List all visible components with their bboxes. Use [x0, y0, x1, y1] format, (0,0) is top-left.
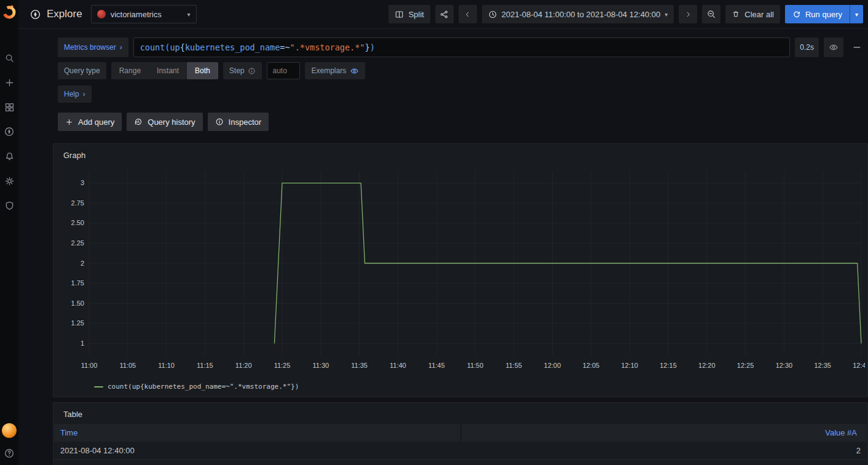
- query-type-label: Query type: [58, 62, 106, 79]
- metrics-browser-button[interactable]: Metrics browser ›: [58, 38, 128, 57]
- query-visibility-toggle[interactable]: [824, 38, 843, 57]
- svg-text:2.25: 2.25: [71, 239, 84, 247]
- datasource-logo-icon: [97, 10, 106, 18]
- graph-panel-title: Graph: [53, 144, 867, 165]
- svg-text:12:40: 12:40: [853, 362, 865, 369]
- svg-text:11:00: 11:00: [81, 362, 98, 369]
- step-label-chip: Step: [223, 62, 262, 79]
- query-row: Metrics browser › count(up{kubernetes_po…: [58, 38, 866, 57]
- query-history-button[interactable]: Query history: [127, 113, 202, 131]
- svg-text:12:10: 12:10: [621, 362, 638, 369]
- svg-text:11:50: 11:50: [467, 362, 484, 369]
- collapse-row-button[interactable]: [848, 39, 866, 56]
- explore-content: Metrics browser › count(up{kubernetes_po…: [18, 29, 868, 465]
- time-range-label: 2021-08-04 11:00:00 to 2021-08-04 12:40:…: [502, 10, 661, 19]
- svg-text:11:40: 11:40: [390, 362, 406, 369]
- legend-swatch: [94, 386, 103, 388]
- query-type-both[interactable]: Both: [187, 62, 218, 79]
- zoom-out-button[interactable]: [702, 5, 720, 23]
- sidebar-bottom: [2, 423, 17, 459]
- plus-icon: [65, 118, 73, 126]
- add-query-button[interactable]: Add query: [58, 113, 122, 131]
- share-button[interactable]: [435, 5, 454, 23]
- history-icon: [134, 117, 143, 126]
- search-icon[interactable]: [4, 52, 15, 63]
- chevron-down-icon: ▾: [665, 11, 668, 18]
- table-panel-title: Table: [53, 403, 867, 424]
- svg-text:1: 1: [81, 340, 84, 347]
- chevron-down-icon: ▾: [187, 11, 191, 18]
- sidebar-nav: [4, 52, 15, 211]
- alerting-bell-icon[interactable]: [4, 151, 15, 162]
- svg-text:12:25: 12:25: [737, 362, 754, 369]
- chevron-right-icon: ›: [120, 43, 122, 52]
- table-cell-value: 2: [462, 442, 867, 459]
- table-panel: Table Time Value #A 2021-08-04 12:40:00 …: [53, 402, 868, 465]
- svg-text:2.50: 2.50: [71, 219, 84, 226]
- topbar: Explore victoriametrics ▾ Split: [18, 0, 868, 29]
- explore-compass-icon[interactable]: [4, 126, 15, 137]
- run-query-split-button: Run query ▾: [785, 5, 863, 23]
- clear-all-button[interactable]: Clear all: [725, 5, 780, 23]
- svg-text:11:20: 11:20: [235, 362, 252, 369]
- step-input[interactable]: [267, 62, 300, 79]
- info-circle-icon: [215, 117, 224, 126]
- svg-text:11:15: 11:15: [197, 362, 213, 369]
- datasource-picker[interactable]: victoriametrics ▾: [91, 5, 197, 23]
- clock-icon: [488, 10, 497, 19]
- split-button[interactable]: Split: [389, 5, 430, 23]
- help-row: Help ›: [58, 85, 866, 103]
- query-duration-badge: 0.2s: [795, 38, 819, 57]
- chevron-left-icon: [464, 10, 471, 18]
- app-root: Explore victoriametrics ▾ Split: [0, 0, 868, 465]
- query-expression-input[interactable]: count(up{kubernetes_pod_name=~".*vmstora…: [133, 38, 791, 57]
- results-table: Time Value #A 2021-08-04 12:40:00 2: [53, 424, 867, 465]
- query-section: Metrics browser › count(up{kubernetes_po…: [53, 38, 868, 131]
- exemplars-chip: Exemplars: [305, 62, 365, 79]
- add-query-label: Add query: [78, 117, 114, 127]
- create-plus-icon[interactable]: [4, 77, 15, 88]
- user-avatar[interactable]: [2, 423, 17, 438]
- svg-text:12:00: 12:00: [544, 362, 561, 369]
- exemplars-eye-icon[interactable]: [350, 66, 359, 76]
- help-question-icon[interactable]: [4, 448, 15, 459]
- svg-text:11:35: 11:35: [351, 362, 368, 369]
- main-area: Explore victoriametrics ▾ Split: [18, 0, 868, 465]
- legend-series-label[interactable]: count(up{kubernetes_pod_name=~".*vmstora…: [108, 383, 299, 391]
- table-header-row: Time Value #A: [54, 424, 867, 442]
- actions-row: Add query Query history Inspector: [58, 113, 866, 131]
- table-header-time[interactable]: Time: [54, 424, 460, 442]
- svg-text:1.75: 1.75: [71, 279, 84, 287]
- page-title-wrap: Explore: [30, 8, 82, 20]
- configuration-gear-icon[interactable]: [4, 175, 15, 186]
- table-header-value[interactable]: Value #A: [462, 424, 867, 442]
- page-title: Explore: [47, 8, 82, 20]
- time-range-picker[interactable]: 2021-08-04 11:00:00 to 2021-08-04 12:40:…: [482, 5, 674, 23]
- svg-text:11:25: 11:25: [274, 362, 291, 369]
- query-type-instant[interactable]: Instant: [149, 62, 187, 79]
- server-admin-shield-icon[interactable]: [4, 200, 15, 211]
- chevron-down-icon: ▾: [855, 11, 858, 18]
- zoom-out-icon: [706, 9, 716, 19]
- query-type-range[interactable]: Range: [111, 62, 149, 79]
- time-shift-forward-button[interactable]: [679, 5, 697, 23]
- minus-icon: [852, 42, 862, 52]
- svg-text:2.75: 2.75: [71, 199, 84, 207]
- sidebar: [0, 0, 18, 465]
- run-query-interval-button[interactable]: ▾: [850, 5, 863, 23]
- inspector-button[interactable]: Inspector: [208, 113, 269, 131]
- help-button[interactable]: Help ›: [58, 85, 92, 103]
- time-shift-back-button[interactable]: [459, 5, 477, 23]
- svg-text:11:30: 11:30: [312, 362, 329, 369]
- svg-text:1.25: 1.25: [71, 319, 84, 327]
- chevron-right-icon: [684, 10, 692, 18]
- run-query-button[interactable]: Run query: [785, 5, 850, 23]
- split-icon: [395, 10, 404, 19]
- svg-text:1.50: 1.50: [71, 300, 84, 307]
- graph-chart[interactable]: 11.251.501.7522.252.502.75311:0011:0511:…: [58, 165, 865, 381]
- svg-text:3: 3: [81, 179, 84, 186]
- chevron-right-icon: ›: [83, 90, 85, 98]
- dashboards-icon[interactable]: [4, 101, 15, 113]
- grafana-logo-icon: [1, 4, 17, 20]
- grafana-logo[interactable]: [1, 3, 18, 20]
